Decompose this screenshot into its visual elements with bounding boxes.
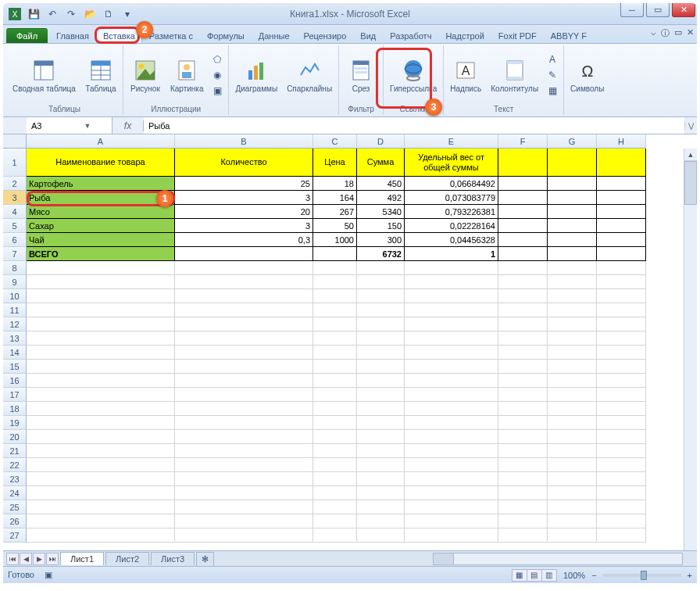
tab-formulas[interactable]: Формулы: [200, 28, 252, 43]
cell[interactable]: [175, 388, 313, 402]
cell[interactable]: [405, 360, 498, 374]
cell[interactable]: [498, 205, 548, 219]
cell[interactable]: [548, 177, 597, 191]
cell[interactable]: [405, 303, 498, 317]
cell[interactable]: [357, 317, 405, 331]
picture-button[interactable]: Рисунок: [127, 56, 164, 95]
cell[interactable]: [498, 388, 548, 402]
save-icon[interactable]: 💾: [25, 6, 42, 22]
cell[interactable]: [498, 416, 548, 430]
cell[interactable]: 164: [313, 191, 357, 205]
cell[interactable]: [597, 247, 646, 261]
cell[interactable]: [175, 360, 313, 374]
vertical-scrollbar[interactable]: ▲: [684, 149, 697, 550]
cell[interactable]: [175, 458, 313, 472]
cell[interactable]: [27, 430, 175, 444]
cell[interactable]: [313, 486, 357, 500]
row-header[interactable]: 27: [3, 528, 27, 543]
cell[interactable]: [175, 472, 313, 486]
cell[interactable]: [175, 486, 313, 500]
cell[interactable]: [313, 444, 357, 458]
cell[interactable]: [597, 458, 646, 472]
cell[interactable]: [548, 528, 597, 543]
cell[interactable]: [313, 500, 357, 514]
cell[interactable]: [27, 374, 175, 388]
row-header[interactable]: 3: [3, 191, 27, 205]
cell[interactable]: [498, 177, 548, 191]
cell[interactable]: Наименование товара: [27, 149, 175, 177]
cell[interactable]: [597, 514, 646, 528]
screenshot-icon[interactable]: ▣: [209, 84, 225, 98]
cell[interactable]: [597, 205, 646, 219]
cell[interactable]: [548, 500, 597, 514]
cell[interactable]: [597, 275, 646, 289]
cell[interactable]: 3: [175, 191, 313, 205]
cell[interactable]: [548, 233, 597, 247]
cell[interactable]: [27, 360, 175, 374]
cell[interactable]: Чай: [27, 233, 175, 247]
horizontal-scrollbar[interactable]: [433, 553, 683, 565]
cell[interactable]: [498, 514, 548, 528]
row-header[interactable]: 8: [3, 261, 27, 275]
cell[interactable]: [597, 374, 646, 388]
cell[interactable]: [548, 486, 597, 500]
cell[interactable]: [405, 500, 498, 514]
cell[interactable]: [27, 472, 175, 486]
cell[interactable]: [175, 444, 313, 458]
cell[interactable]: [405, 317, 498, 331]
cell[interactable]: [597, 472, 646, 486]
row-header[interactable]: 24: [3, 486, 27, 500]
cell[interactable]: [313, 416, 357, 430]
row-header[interactable]: 17: [3, 388, 27, 402]
cell[interactable]: [313, 261, 357, 275]
name-box-input[interactable]: [27, 121, 81, 131]
cell[interactable]: [498, 472, 548, 486]
cell[interactable]: [357, 275, 405, 289]
cell[interactable]: [313, 472, 357, 486]
row-header[interactable]: 25: [3, 500, 27, 514]
cell[interactable]: [498, 444, 548, 458]
cell[interactable]: [27, 331, 175, 346]
col-header[interactable]: G: [548, 134, 597, 149]
cell[interactable]: [313, 374, 357, 388]
cell[interactable]: [357, 303, 405, 317]
row-header[interactable]: 23: [3, 472, 27, 486]
cell[interactable]: [175, 317, 313, 331]
cell[interactable]: [405, 458, 498, 472]
cell[interactable]: [27, 346, 175, 360]
scroll-thumb[interactable]: [684, 161, 697, 205]
cell[interactable]: [27, 275, 175, 289]
cell[interactable]: [548, 472, 597, 486]
formula-expand-icon[interactable]: ⋁: [684, 122, 697, 130]
macro-record-icon[interactable]: ▣: [45, 570, 52, 579]
cell[interactable]: [175, 500, 313, 514]
help-icon[interactable]: ⓘ: [661, 27, 670, 39]
cell[interactable]: [597, 289, 646, 303]
cell[interactable]: [498, 430, 548, 444]
row-header[interactable]: 18: [3, 402, 27, 416]
object-icon[interactable]: ▦: [545, 84, 560, 98]
cell[interactable]: [597, 317, 646, 331]
cell[interactable]: 1: [405, 247, 498, 261]
cell[interactable]: [357, 402, 405, 416]
col-header[interactable]: F: [498, 134, 548, 149]
cell[interactable]: [27, 514, 175, 528]
cell[interactable]: [313, 430, 357, 444]
cell[interactable]: Цена: [313, 149, 357, 177]
row-header[interactable]: 22: [3, 458, 27, 472]
cell[interactable]: [27, 317, 175, 331]
tab-view[interactable]: Вид: [353, 28, 383, 43]
cell[interactable]: [27, 486, 175, 500]
cell[interactable]: [405, 486, 498, 500]
cell[interactable]: 5340: [357, 205, 405, 219]
cell[interactable]: [175, 402, 313, 416]
row-header[interactable]: 12: [3, 317, 27, 331]
cell[interactable]: [357, 472, 405, 486]
restore-icon[interactable]: ▭: [674, 27, 682, 39]
close-doc-icon[interactable]: ✕: [687, 27, 694, 39]
cell[interactable]: 0,3: [175, 233, 313, 247]
cell[interactable]: [27, 261, 175, 275]
cell[interactable]: [597, 303, 646, 317]
cell[interactable]: [357, 514, 405, 528]
sheet-tab-3[interactable]: Лист3: [151, 552, 195, 565]
